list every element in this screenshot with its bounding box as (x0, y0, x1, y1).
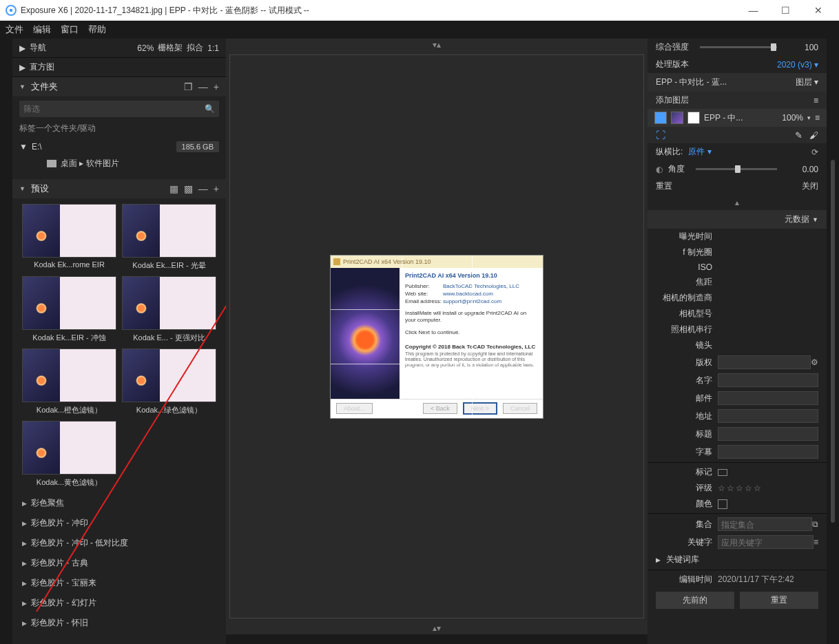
menu-help[interactable]: 帮助 (88, 23, 106, 36)
meta-copyright-input[interactable] (718, 355, 811, 369)
menu-icon[interactable]: ≡ (814, 537, 818, 547)
menu-edit[interactable]: 编辑 (33, 23, 51, 36)
brush-icon[interactable]: 🖌 (809, 130, 818, 141)
grid-label[interactable]: 栅格架 (158, 42, 183, 54)
pen-icon[interactable]: ✎ (795, 130, 802, 141)
preset-category[interactable]: ▶彩色胶片 - 冲印 - 低对比度 (12, 533, 226, 553)
reset-meta-button[interactable]: 重置 (740, 592, 818, 609)
grid-small-icon[interactable]: ▩ (184, 183, 193, 194)
close-button[interactable]: ✕ (802, 1, 833, 20)
preset-item[interactable]: Kodak...绿色滤镜） (122, 349, 216, 415)
meta-maker-label: 相机的制造商 (656, 292, 718, 304)
drive-label: E:\ (32, 142, 42, 152)
meta-subtitle-label: 字幕 (656, 446, 718, 458)
meta-keywords-input[interactable]: 应用关键字 (718, 535, 814, 549)
angle-label: 角度 (668, 163, 685, 175)
layer-color-swatch[interactable] (654, 112, 667, 124)
plus-icon[interactable]: + (214, 81, 219, 92)
image-canvas[interactable]: Print2CAD AI x64 Version 19.10 Print2CAD… (229, 54, 644, 619)
menu-icon[interactable]: ≡ (815, 113, 820, 123)
preset-category[interactable]: ▶彩色胶片 - 古典 (12, 553, 226, 573)
meta-email-input[interactable] (718, 391, 818, 405)
collapse-icon[interactable]: ▴ (648, 195, 827, 210)
preset-label: Kodak...黄色滤镜） (22, 477, 116, 488)
preset-item[interactable]: Kodak...橙色滤镜） (22, 349, 116, 415)
folder-filter[interactable]: 🔍 (19, 101, 219, 117)
grid-large-icon[interactable]: ▦ (169, 183, 178, 194)
menu-window[interactable]: 窗口 (61, 23, 79, 36)
plus-icon[interactable]: + (214, 183, 219, 194)
layer-row[interactable]: EPP - 中... 100% ▾ ≡ (648, 109, 827, 127)
aspect-dropdown[interactable]: 原件 ▾ (688, 146, 711, 158)
preset-item[interactable]: Kodak Ek...EIR - 冲蚀 (22, 276, 116, 343)
preset-category[interactable]: ▶彩色胶片 - 宝丽来 (12, 573, 226, 593)
chevron-down-icon[interactable]: ▾ (807, 114, 811, 121)
add-layer-row[interactable]: 添加图层 ≡ (648, 92, 827, 109)
layer-thumb (671, 112, 683, 124)
search-icon[interactable]: 🔍 (205, 104, 215, 114)
preset-name-header: EPP - 中对比 - 蓝... 图层 ▾ (648, 73, 827, 92)
meta-address-input[interactable] (718, 409, 818, 423)
preset-item[interactable]: Kodak E... - 更强对比 (122, 276, 216, 343)
level-icon[interactable]: ◐ (656, 165, 663, 174)
preset-item[interactable]: Kodak...黄色滤镜） (22, 421, 116, 488)
preset-category[interactable]: ▶彩色胶片 - 幻灯片 (12, 593, 226, 613)
minimize-button[interactable]: — (738, 1, 769, 20)
meta-model-label: 相机型号 (656, 308, 718, 320)
meta-focal-label: 焦距 (656, 276, 718, 288)
preset-category[interactable]: ▶彩色胶片 - 冲印 (12, 513, 226, 533)
meta-copyright-label: 版权 (656, 357, 718, 368)
preset-item[interactable]: Kodak Ek...rome EIR (22, 204, 116, 271)
preset-item[interactable]: Kodak Ek...EIR - 光晕 (122, 204, 216, 271)
maximize-button[interactable]: ☐ (770, 1, 801, 20)
metadata-title: 元数据 (785, 214, 809, 225)
gear-icon[interactable]: ⚙ (811, 357, 818, 367)
copy-icon[interactable]: ⧉ (812, 519, 818, 529)
ratio-label[interactable]: 1:1 (207, 43, 219, 53)
zoom-value[interactable]: 62% (137, 43, 154, 53)
folder-row[interactable]: 桌面 ▸ 软件图片 (12, 155, 226, 172)
preset-thumb (22, 349, 116, 402)
meta-subtitle-input[interactable] (718, 445, 818, 459)
reset-button[interactable]: 重置 (656, 180, 672, 192)
preset-name: EPP - 中对比 - 蓝... (656, 76, 727, 88)
rating-stars[interactable]: ☆☆☆☆☆ (718, 484, 763, 493)
metadata-header[interactable]: 元数据 ▼ (648, 210, 827, 229)
filmstrip[interactable] (226, 634, 648, 644)
orientation-icon[interactable]: ⟳ (811, 147, 818, 157)
menu-icon[interactable]: ≡ (814, 96, 818, 105)
preset-category[interactable]: ▶彩色聚焦 (12, 493, 226, 513)
nav-section[interactable]: ▶ 导航 62% 栅格架 拟合 1:1 (12, 39, 226, 58)
version-dropdown[interactable]: 2020 (v3) ▾ (777, 60, 818, 70)
angle-slider[interactable] (696, 168, 777, 170)
window-icon[interactable]: ❐ (184, 81, 193, 92)
drive-row[interactable]: ▼ E:\ 185.6 GB (12, 138, 226, 155)
meta-name-input[interactable] (718, 373, 818, 387)
folders-header[interactable]: ▼ 文件夹 ❐ — + (12, 77, 226, 96)
meta-collection-input[interactable]: 指定集合 (718, 517, 812, 531)
layer-opacity[interactable]: 100% (782, 113, 803, 123)
previous-button[interactable]: 先前的 (656, 592, 734, 609)
histogram-section[interactable]: ▶ 直方图 (12, 58, 226, 77)
fit-label[interactable]: 拟合 (187, 42, 203, 54)
close-button[interactable]: 关闭 (802, 180, 818, 192)
app-icon (6, 5, 17, 16)
scrollbar[interactable] (831, 160, 835, 523)
collapse-handle-bottom[interactable]: ▴▾ (226, 622, 648, 634)
layers-dropdown[interactable]: 图层 ▾ (796, 76, 818, 88)
dialog-body: Print2CAD AI x64 Version 19.10 Publisher… (400, 268, 543, 399)
presets-header[interactable]: ▼ 预设 ▦ ▩ — + (12, 179, 226, 198)
meta-title-input[interactable] (718, 427, 818, 441)
preset-category[interactable]: ▶彩色胶片 - 怀旧 (12, 613, 226, 633)
flag-icon[interactable] (718, 469, 727, 476)
minus-icon[interactable]: — (198, 183, 208, 194)
color-swatch[interactable] (718, 499, 727, 509)
crop-icon[interactable]: ⛶ (656, 129, 665, 141)
collapse-handle-top[interactable]: ▾▴ (226, 39, 648, 51)
intensity-slider[interactable] (700, 46, 777, 48)
layer-mask[interactable] (687, 112, 700, 124)
minus-icon[interactable]: — (198, 81, 208, 92)
menu-file[interactable]: 文件 (6, 23, 23, 36)
filter-input[interactable] (23, 104, 205, 114)
keyword-lib-row[interactable]: ▶ 关键词库 (648, 551, 827, 568)
